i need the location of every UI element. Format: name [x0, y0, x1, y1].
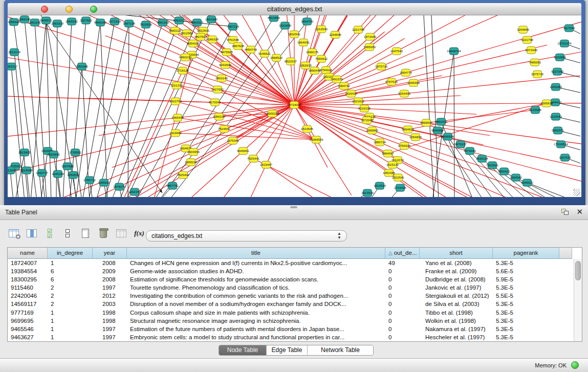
graph-node[interactable]: 6879197: [454, 141, 467, 148]
graph-node[interactable]: 2053317: [8, 63, 18, 70]
column-header-in_degree[interactable]: in_degree: [48, 248, 93, 259]
table-cell[interactable]: 0: [385, 300, 420, 308]
table-row[interactable]: 1456911722003Disruption of a novel membe…: [8, 300, 574, 308]
graph-node[interactable]: 1965498: [171, 114, 184, 121]
graph-node[interactable]: 7632621: [486, 162, 499, 169]
table-cell[interactable]: Changes of HCN gene expression and I(f) …: [127, 259, 385, 267]
graph-node[interactable]: 1735992: [69, 149, 82, 156]
graph-node[interactable]: 1154849: [517, 26, 529, 33]
graph-node[interactable]: 1795722: [83, 177, 96, 184]
graph-node[interactable]: 9046841: [237, 147, 250, 155]
graph-node[interactable]: 9474444: [464, 147, 476, 155]
table-cell[interactable]: Genome-wide association studies in ADHD.: [127, 267, 385, 275]
table-select-dropdown[interactable]: citations_edges.txt ▲▼: [146, 230, 347, 242]
table-cell[interactable]: 6: [48, 275, 93, 283]
table-cell[interactable]: 9115460: [8, 283, 48, 292]
window-resize-grip[interactable]: [573, 189, 580, 196]
graph-node[interactable]: 1572040: [361, 117, 374, 124]
graph-node[interactable]: 1916682: [169, 129, 182, 137]
table-settings-icon[interactable]: [7, 227, 20, 240]
column-header-title[interactable]: title: [127, 248, 385, 259]
table-row[interactable]: 2242004622012Investigating the contribut…: [8, 292, 574, 300]
graph-node[interactable]: 1880724: [374, 139, 386, 146]
table-cell[interactable]: Dudbridge et al. (2008): [420, 275, 493, 283]
graph-node[interactable]: 3913341: [8, 167, 17, 174]
table-cell[interactable]: 0: [385, 275, 420, 283]
tab-network-table[interactable]: Network Table: [308, 345, 373, 355]
table-cell[interactable]: Wolkin et al. (1998): [420, 317, 493, 325]
table-cell[interactable]: 2: [48, 292, 93, 300]
graph-node[interactable]: 1047543: [390, 48, 403, 55]
graph-node[interactable]: 19384554: [309, 136, 323, 143]
table-cell[interactable]: Structural magnetic resonance image aver…: [127, 317, 385, 325]
graph-node[interactable]: 1604954: [187, 148, 200, 156]
graph-node[interactable]: 1117542: [563, 25, 575, 32]
table-cell[interactable]: 1: [48, 309, 93, 317]
graph-node[interactable]: 1913514: [361, 189, 374, 196]
table-cell[interactable]: 1997: [93, 325, 127, 333]
table-cell[interactable]: Yano et al. (2008): [420, 259, 493, 267]
table-cell[interactable]: 0: [385, 317, 420, 325]
graph-node[interactable]: 1095489: [407, 79, 420, 86]
table-cell[interactable]: Nakamura et al. (1997): [420, 325, 493, 333]
table-cell[interactable]: 1: [48, 317, 93, 325]
column-header-year[interactable]: year: [93, 248, 127, 259]
table-cell[interactable]: 22420046: [8, 292, 48, 300]
graph-node[interactable]: 8454749: [245, 46, 257, 53]
graph-node[interactable]: 7625402: [177, 171, 190, 179]
tab-node-table[interactable]: Node Table: [219, 345, 267, 355]
graph-node[interactable]: 9756928: [398, 142, 411, 149]
graph-node[interactable]: 8466160: [94, 19, 107, 26]
table-cell[interactable]: 2008: [93, 259, 127, 267]
graph-node[interactable]: 16648784: [447, 48, 461, 55]
table-cell[interactable]: 0: [385, 325, 420, 333]
graph-node[interactable]: 8216105: [358, 105, 371, 112]
graph-node[interactable]: 1527602: [80, 17, 93, 24]
graph-node[interactable]: 2803144: [215, 75, 228, 82]
table-cell[interactable]: 0: [385, 267, 420, 275]
table-cell[interactable]: 5.3E-5: [493, 300, 559, 308]
table-cell[interactable]: 1: [48, 325, 93, 333]
graph-node[interactable]: 1733426: [394, 184, 407, 191]
split-pane-grabber[interactable]: [290, 206, 297, 208]
graph-node[interactable]: 9827503: [194, 33, 207, 40]
table-row[interactable]: 911546021997Tourette syndrome. Phenomeno…: [8, 283, 574, 292]
table-row[interactable]: 946362711997Embryonic stem cells: a mode…: [8, 333, 574, 341]
table-cell[interactable]: 5.3E-5: [493, 283, 559, 292]
graph-node[interactable]: 1154849: [329, 31, 341, 38]
table-cell[interactable]: 0: [385, 309, 420, 317]
table-cell[interactable]: 1: [48, 259, 93, 267]
column-header-pagerank[interactable]: pagerank: [493, 248, 559, 259]
table-cell[interactable]: Tourette syndrome. Phenomenology and cla…: [127, 283, 385, 292]
memory-status-indicator[interactable]: [571, 361, 579, 369]
graph-node[interactable]: 1064742: [338, 82, 351, 90]
table-cell[interactable]: 5.3E-5: [493, 259, 559, 267]
graph-node[interactable]: 18300295: [265, 110, 279, 117]
graph-node[interactable]: 8215955: [529, 106, 542, 114]
graph-node[interactable]: 8797515: [385, 78, 398, 85]
graph-node[interactable]: 1875716: [531, 71, 544, 78]
graph-node[interactable]: 1210643: [550, 113, 562, 120]
table-cell[interactable]: 18724007: [8, 259, 48, 267]
graph-node[interactable]: 1810754: [169, 98, 182, 105]
table-row[interactable]: 1872400712008Changes of HCN gene express…: [8, 259, 574, 267]
graph-node[interactable]: 2093319: [51, 20, 64, 27]
table-cell[interactable]: 5.6E-5: [493, 267, 559, 275]
graph-node[interactable]: 9890448: [309, 67, 321, 74]
graph-node[interactable]: 9654923: [402, 126, 415, 133]
table-cell[interactable]: 1: [48, 333, 93, 341]
table-cell[interactable]: 5.3E-5: [493, 309, 559, 317]
graph-node[interactable]: 9850412: [498, 168, 511, 175]
table-cell[interactable]: 5.9E-5: [493, 275, 559, 283]
graph-node[interactable]: 9857791: [166, 182, 179, 189]
table-cell[interactable]: 2009: [93, 267, 127, 275]
graph-node[interactable]: 1921859: [279, 22, 292, 29]
graph-node[interactable]: 1095810: [98, 179, 111, 186]
graph-node[interactable]: 1250511: [67, 171, 79, 179]
graph-node[interactable]: 7955812: [315, 55, 328, 62]
graph-node[interactable]: 2053346: [76, 63, 89, 70]
graph-node[interactable]: 5405572: [40, 17, 53, 24]
graph-node[interactable]: 1595838: [540, 100, 553, 107]
graph-node[interactable]: 8813054: [268, 15, 280, 21]
graph-node[interactable]: 9227349: [551, 68, 564, 75]
